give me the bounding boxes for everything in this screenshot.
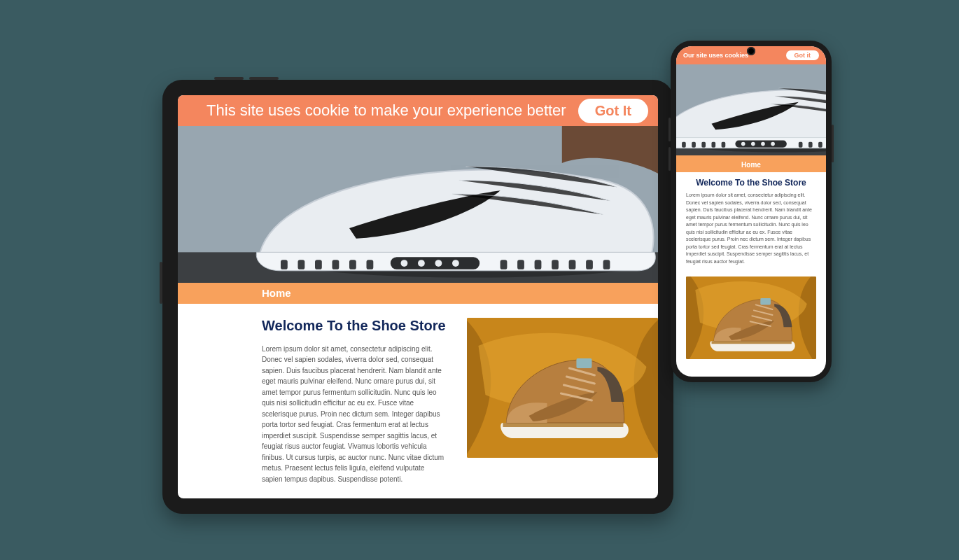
hero-image xyxy=(178,126,658,283)
phone-device-frame: Our site uses cookies Got it Home Welcom… xyxy=(671,41,832,382)
cookie-accept-button[interactable]: Got it xyxy=(786,50,820,60)
article-text: Welcome To the Shoe Store Lorem ipsum do… xyxy=(262,318,446,485)
cookie-message: This site uses cookie to make your exper… xyxy=(195,102,578,120)
article-body: Lorem ipsum dolor sit amet, consectetur … xyxy=(686,192,816,265)
article-image xyxy=(467,318,658,458)
tablet-side-button xyxy=(160,262,162,304)
article-image xyxy=(686,276,816,359)
primary-nav: Home xyxy=(676,155,826,172)
nav-home-link[interactable]: Home xyxy=(741,161,761,169)
tablet-volume-button xyxy=(214,77,244,80)
cookie-banner: This site uses cookie to make your exper… xyxy=(178,95,658,126)
main-content: Welcome To the Shoe Store Lorem ipsum do… xyxy=(676,172,826,272)
primary-nav: Home xyxy=(178,283,658,304)
phone-screen: Our site uses cookies Got it Home Welcom… xyxy=(676,46,826,377)
nav-home-link[interactable]: Home xyxy=(262,287,291,299)
phone-camera-icon xyxy=(747,47,755,55)
phone-power-button xyxy=(832,125,834,162)
tablet-screen: This site uses cookie to make your exper… xyxy=(178,95,658,498)
page-title: Welcome To the Shoe Store xyxy=(686,178,816,188)
cookie-accept-button[interactable]: Got It xyxy=(578,99,648,123)
page-title: Welcome To the Shoe Store xyxy=(262,318,446,334)
tablet-volume-button xyxy=(249,77,279,80)
cookie-message: Our site uses cookies xyxy=(683,52,748,59)
main-content: Welcome To the Shoe Store Lorem ipsum do… xyxy=(178,304,658,499)
article-body: Lorem ipsum dolor sit amet, consectetur … xyxy=(262,344,446,485)
hero-image xyxy=(676,64,826,155)
tablet-device-frame: This site uses cookie to make your exper… xyxy=(162,80,673,514)
phone-volume-up xyxy=(668,118,671,141)
phone-volume-down xyxy=(668,147,671,171)
